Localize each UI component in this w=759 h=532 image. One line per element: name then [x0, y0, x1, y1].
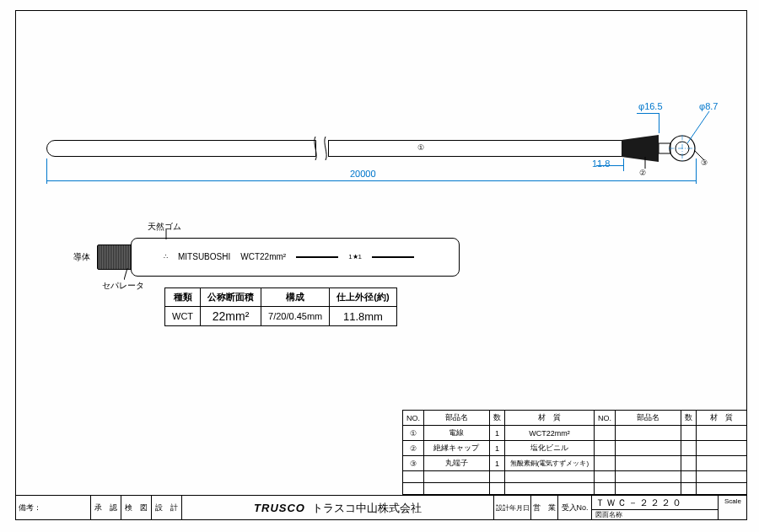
tb-approve: 承 認	[91, 496, 121, 520]
dim-11-8: 11.8	[592, 159, 610, 169]
tb-business: 営 業	[531, 496, 558, 520]
ph-name: 部品名	[423, 411, 489, 426]
p2-mat: 塩化ビニル	[504, 441, 594, 456]
leader-2	[642, 157, 649, 170]
p2-qty: 1	[489, 441, 504, 456]
parts-row-1: ① 電線 1 WCT22mm²	[402, 426, 746, 441]
p3-mat: 無酸素銅(電気すずメッキ)	[504, 456, 594, 471]
p1-no: ①	[402, 426, 423, 441]
cable-spec-table: 種類 公称断面積 構成 仕上外径(約) WCT 22mm² 7/20/0.45m…	[164, 287, 397, 326]
svg-line-6	[687, 111, 709, 143]
dim-ext-16-5	[659, 113, 659, 133]
label-conductor: 導体	[73, 251, 90, 263]
tb-recipient: 受入No.	[558, 496, 592, 520]
callout-1: ①	[417, 143, 424, 152]
marking-line-left	[296, 256, 338, 258]
drawing-sheet: ① 20000 11.8 φ16.5 φ8.7 ②	[0, 0, 759, 532]
trusco-logo: TRUSCO	[254, 502, 305, 514]
cable-assembly-view: ① 20000 11.8 φ16.5 φ8.7 ②	[46, 125, 729, 201]
cable-segment-left	[46, 140, 316, 157]
parts-row-2: ② 絶縁キャップ 1 塩化ビニル	[402, 441, 746, 456]
p1-name: 電線	[423, 426, 489, 441]
conductor	[97, 245, 132, 270]
dim-ext-plug-left	[623, 159, 624, 171]
spec-h-comp: 構成	[261, 288, 330, 307]
ph-mat: 材 質	[504, 411, 594, 426]
svg-line-10	[124, 268, 127, 280]
spec-area: 22mm²	[201, 307, 261, 326]
p3-no: ③	[402, 456, 423, 471]
spec-comp: 7/20/0.45mm	[261, 307, 330, 326]
leader-3	[694, 150, 706, 162]
dim-8-7: φ8.7	[699, 101, 718, 111]
spec-header-row: 種類 公称断面積 構成 仕上外径(約)	[165, 288, 397, 307]
drawing-name-label: 図面名称	[592, 510, 718, 519]
svg-rect-1	[659, 143, 670, 153]
parts-row-5	[402, 483, 746, 495]
tb-scale: Scale	[719, 496, 747, 520]
ph-no: NO.	[402, 411, 423, 426]
spec-od: 11.8mm	[330, 307, 396, 326]
dim-leader-8-7	[687, 111, 713, 145]
marking-line-right	[372, 256, 414, 258]
parts-row-3: ③ 丸端子 1 無酸素銅(電気すずメッキ)	[402, 456, 746, 471]
spec-h-type: 種類	[165, 288, 201, 307]
label-separator: セパレータ	[102, 280, 144, 292]
title-block: 備考： 承 認 検 図 設 計 TRUSCO トラスコ中山株式会社 設計年月日 …	[15, 495, 747, 520]
spec-h-area: 公称断面積	[201, 288, 261, 307]
ph-qty: 数	[489, 411, 504, 426]
leader-separator	[124, 268, 132, 282]
drawing-number: ＴＷＣ－２２２０	[592, 497, 718, 510]
svg-line-8	[694, 150, 704, 160]
tb-remarks: 備考：	[15, 496, 91, 520]
p3-qty: 1	[489, 456, 504, 471]
dim-16-5: φ16.5	[638, 101, 663, 111]
p2-no: ②	[402, 441, 423, 456]
sheath-star: 1★1	[348, 253, 362, 261]
ph-qty2: 数	[681, 411, 697, 426]
tb-design: 設 計	[152, 496, 182, 520]
dim-ext-right	[696, 159, 697, 184]
parts-row-4	[402, 471, 746, 483]
ph-no2: NO.	[594, 411, 615, 426]
tb-check: 検 図	[121, 496, 152, 520]
company-name: トラスコ中山株式会社	[312, 501, 422, 516]
dim-line-16-5	[637, 113, 659, 114]
spec-type: WCT	[165, 307, 201, 326]
sheath-brand: MITSUBOSHI	[178, 252, 230, 261]
cable-segment-right	[328, 140, 623, 157]
p1-qty: 1	[489, 426, 504, 441]
ph-mat2: 材 質	[697, 411, 747, 426]
p2-name: 絶縁キャップ	[423, 441, 489, 456]
spec-data-row: WCT 22mm² 7/20/0.45mm 11.8mm	[165, 307, 397, 326]
dim-length: 20000	[350, 169, 376, 179]
mitsuboshi-logo-icon: ∴	[164, 253, 168, 261]
tb-date: 設計年月日	[494, 496, 531, 520]
p3-name: 丸端子	[423, 456, 489, 471]
dim-line-length	[46, 180, 696, 181]
spec-h-od: 仕上外径(約)	[330, 288, 396, 307]
sheath: ∴ MITSUBOSHI WCT22mm² 1★1	[131, 238, 460, 277]
ph-name2: 部品名	[616, 411, 681, 426]
leader-rubber	[163, 229, 171, 241]
p1-mat: WCT22mm²	[504, 426, 594, 441]
svg-marker-0	[622, 135, 659, 162]
parts-header: NO. 部品名 数 材 質 NO. 部品名 数 材 質	[402, 411, 746, 426]
parts-list: NO. 部品名 数 材 質 NO. 部品名 数 材 質 ① 電線 1 WCT22…	[402, 410, 747, 495]
sheath-size: WCT22mm²	[240, 252, 286, 261]
